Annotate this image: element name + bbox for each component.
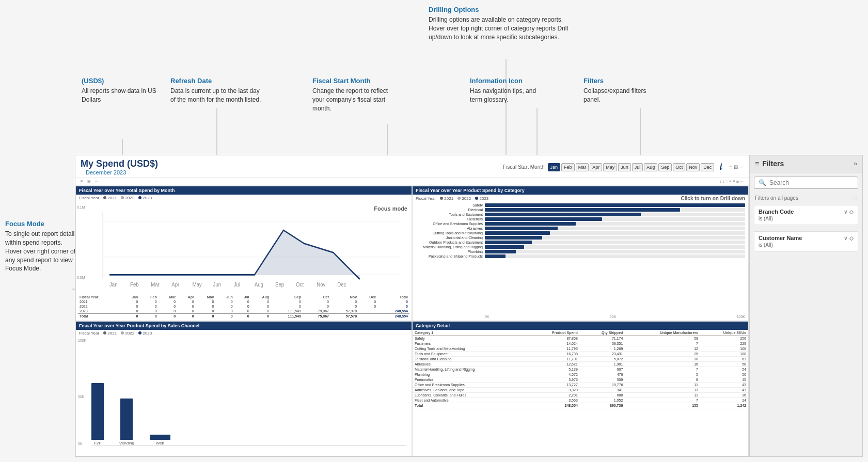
filters-search-area: 🔍: [750, 172, 862, 193]
page-title: My Spend (USD$) December 2023: [81, 158, 158, 176]
sales-channel-panel: Fiscal Year over Year Product Spend by S…: [75, 321, 412, 456]
filters-expand-button[interactable]: »: [854, 160, 857, 167]
search-input[interactable]: [769, 179, 854, 186]
category-detail-table: Category 1 Product Spend Qty Shipped Uni…: [413, 330, 748, 408]
table-row: Tools and Equipment16,73823,43125100: [413, 352, 748, 357]
month-oct[interactable]: Oct: [673, 163, 685, 171]
info-icon[interactable]: 𝑖: [719, 162, 722, 172]
sales-channel-legend: Fiscal Year 2021 2022 2023: [76, 330, 412, 337]
branch-code-chevron[interactable]: ∨: [844, 209, 847, 215]
table-row: Safety87,85871,17458256: [413, 336, 748, 341]
svg-text:Feb: Feb: [130, 282, 139, 288]
sales-channel-body: 100K 50K 0K F2F Vending: [76, 337, 412, 456]
month-mar[interactable]: Mar: [576, 163, 589, 171]
customer-name-clear[interactable]: ◇: [849, 235, 854, 241]
cat-row-janitorial: Janitorial and Cleaning: [416, 236, 745, 240]
category-detail-title: Category Detail: [413, 322, 748, 330]
month-sep[interactable]: Sep: [658, 163, 672, 171]
callout-filters-top: Filters Collapse/expand filters panel.: [583, 76, 651, 104]
svg-text:Jun: Jun: [213, 282, 222, 288]
month-jun[interactable]: Jun: [618, 163, 631, 171]
table-row: Fasteners14,02438,3517229: [413, 341, 748, 346]
callout-drilling: Drilling Options Drilling options are av…: [429, 5, 573, 42]
callout-focus-mode: Focus Mode To single out report detail w…: [5, 219, 77, 273]
table-row: 20220000 00000 0000: [78, 304, 409, 309]
table-row-total: Total248,554$90,7361551,242: [413, 403, 748, 408]
dashboard-main: My Spend (USD$) December 2023 Fiscal Sta…: [75, 155, 749, 457]
cat-row-safety: Safety: [416, 203, 745, 207]
svg-text:Jan: Jan: [109, 282, 118, 288]
dashboard-wrapper: My Spend (USD$) December 2023 Fiscal Sta…: [75, 155, 863, 457]
dashboard-body: Fiscal Year over Year Total Spend by Mon…: [75, 186, 749, 456]
table-row: Material Handling, Lifting and Rigging5,…: [413, 367, 748, 372]
line-chart-table-wrap: Fiscal YearJanFebMarApr MayJunJulAugSep …: [76, 295, 412, 321]
filters-section-dots: ···: [853, 195, 857, 201]
cat-row-electrical: Electrical: [416, 208, 745, 212]
filters-header: ≡ Filters »: [750, 155, 862, 172]
cat-row-office: Office and Breakroom Supplies: [416, 222, 745, 226]
callout-refresh: Refresh Date Data is current up to the l…: [170, 76, 263, 104]
cat-x-axis: 0K50K100K: [413, 315, 748, 321]
filters-section-label: Filters on all pages ···: [750, 193, 862, 202]
month-dec[interactable]: Dec: [701, 163, 714, 171]
callout-fiscal: Fiscal Start Month Change the report to …: [312, 76, 395, 113]
line-chart-panel: Fiscal Year over Year Total Spend by Mon…: [75, 186, 412, 321]
table-row: Abrasives12,6211,9011658: [413, 362, 748, 367]
dashboard-header: My Spend (USD$) December 2023 Fiscal Sta…: [75, 155, 749, 178]
table-row: Office and Breakroom Supplies13,72719,77…: [413, 383, 748, 388]
month-jul[interactable]: Jul: [632, 163, 643, 171]
svg-marker-25: [255, 230, 360, 279]
category-chart-legend: Fiscal Year 2021 2022 2023 Click to turn…: [413, 195, 748, 202]
month-apr[interactable]: Apr: [590, 163, 602, 171]
svg-text:Dec: Dec: [337, 282, 346, 288]
line-chart-body: Focus mode 0.1M 0.0M Jan Feb Ma: [76, 201, 412, 295]
svg-text:Sep: Sep: [275, 282, 285, 288]
cat-row-tools: Tools and Equipment: [416, 213, 745, 216]
branch-code-clear[interactable]: ◇: [849, 209, 854, 215]
callout-info-icon: Information Icon Has navigation tips, an…: [470, 76, 547, 104]
svg-text:Jul: Jul: [234, 282, 240, 288]
category-chart-panel: Fiscal Year over Year Product Spend by C…: [412, 186, 749, 321]
category-chart-title: Fiscal Year over Year Product Spend by C…: [413, 186, 748, 195]
svg-text:Nov: Nov: [317, 282, 325, 288]
cat-row-packaging: Packaging and Shipping Products: [416, 254, 745, 258]
category-bars: Safety Electrical Tools and Equipment Fa…: [413, 202, 748, 315]
month-may[interactable]: May: [603, 163, 617, 171]
customer-name-chevron[interactable]: ∨: [844, 235, 847, 241]
category-detail-scroll: Category 1 Product Spend Qty Shipped Uni…: [413, 330, 748, 456]
line-chart-title: Fiscal Year over Year Total Spend by Mon…: [76, 186, 412, 195]
svg-text:May: May: [192, 282, 201, 288]
sub-toolbar: ≡⊞··· ↓ ↕ ↑ ⌖ ≡ ⊞ ···: [75, 178, 749, 186]
callout-usd: (USD$) All reports show data in US Dolla…: [82, 76, 164, 104]
filters-panel: ≡ Filters » 🔍 Filters on all pages ··· B…: [749, 155, 863, 457]
table-row: Janitorial and Cleaning11,7015,0723061: [413, 357, 748, 362]
cat-row-outdoor: Outdoor Products and Equipment: [416, 241, 745, 244]
fiscal-month-bar: Fiscal Start Month Jan Feb Mar Apr May J…: [503, 162, 722, 172]
customer-name-filter: Customer Name ∨ ◇ is (All): [754, 231, 858, 251]
line-chart-table: Fiscal YearJanFebMarApr MayJunJulAugSep …: [78, 295, 409, 318]
toolbar-icons: ≡ ⊞ ···: [729, 164, 744, 170]
svg-text:Mar: Mar: [151, 282, 160, 288]
cat-row-abrasives: Abrasives: [416, 227, 745, 230]
svg-text:Apr: Apr: [171, 282, 180, 288]
cat-row-material: Material Handling, Lifting and Rigging: [416, 245, 745, 249]
category-detail-panel: Category Detail Category 1 Product Spend…: [412, 321, 749, 456]
month-feb[interactable]: Feb: [561, 163, 575, 171]
svg-text:Oct: Oct: [296, 282, 304, 288]
table-row: Plumbing4,572476550: [413, 372, 748, 377]
month-nov[interactable]: Nov: [686, 163, 700, 171]
table-row: 20230000 0000111,549 79,06757,978248,554: [78, 309, 409, 314]
bar-f2f: F2F: [91, 383, 104, 445]
line-chart-svg: Jan Feb Mar Apr May Jun Jul Aug Sep Oct …: [78, 203, 409, 293]
filter-lines-icon: ≡: [755, 160, 759, 168]
search-box[interactable]: 🔍: [754, 177, 858, 189]
cat-row-fasteners: Fasteners: [416, 217, 745, 221]
sales-channel-title: Fiscal Year over Year Product Spend by S…: [76, 322, 412, 330]
cat-row-cutting: Cutting Tools and Metalworking: [416, 231, 745, 235]
search-icon: 🔍: [759, 179, 766, 186]
table-row: Adhesives, Sealants, and Tape3,329341134…: [413, 388, 748, 393]
bar-web: Web: [150, 435, 170, 445]
month-jan[interactable]: Jan: [548, 163, 561, 171]
line-chart-legend: Fiscal Year 2021 2022 2023: [76, 195, 412, 201]
month-aug[interactable]: Aug: [644, 163, 657, 171]
